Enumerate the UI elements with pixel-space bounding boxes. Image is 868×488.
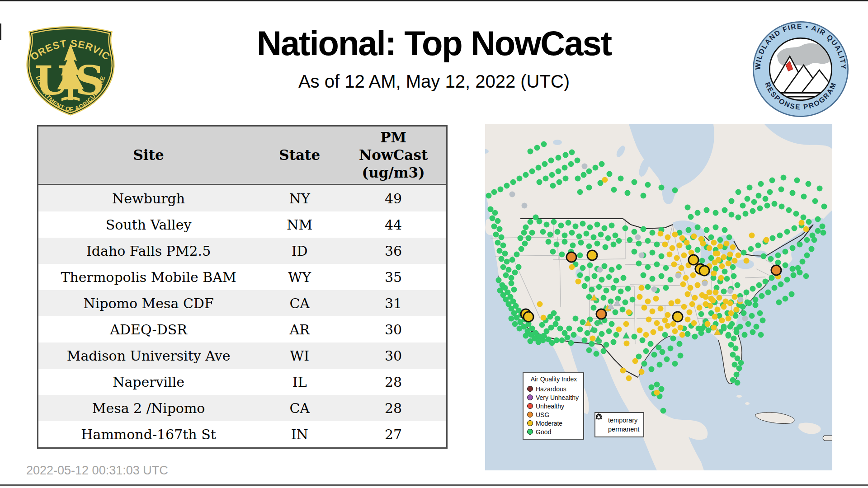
monitor-dot-good: [577, 253, 583, 258]
legend-label: Good: [536, 428, 551, 436]
monitor-dot-moderate: [685, 317, 691, 323]
monitor-dot-good: [599, 331, 605, 337]
monitor-dot-good: [641, 226, 646, 232]
monitor-dot-moderate: [665, 312, 671, 318]
monitor-dot-moderate: [703, 294, 709, 300]
monitor-dot-moderate: [672, 232, 678, 238]
monitor-dot-good: [551, 310, 557, 316]
monitor-dot-good: [576, 234, 582, 239]
monitor-dot-good: [497, 248, 503, 254]
monitor-dot-good: [688, 214, 694, 220]
monitor-dot-moderate: [662, 318, 668, 324]
monitor-dot-good: [654, 382, 660, 388]
monitor-dot-moderate: [674, 255, 680, 261]
monitor-dot-good: [717, 237, 723, 243]
monitor-dot-unavailable: [635, 235, 641, 240]
cell-site: Newburgh: [38, 185, 259, 212]
monitor-dot-good: [636, 261, 642, 267]
monitor-dot-good: [746, 300, 752, 306]
monitor-dot-good: [756, 193, 762, 199]
monitor-dot-good: [632, 249, 637, 255]
monitor-dot-good: [797, 242, 803, 248]
monitor-dot-moderate: [665, 323, 671, 329]
cell-state: AR: [259, 316, 340, 343]
monitor-dot-moderate: [643, 332, 649, 338]
monitor-dot-good: [722, 207, 728, 213]
monitor-dot-good: [733, 346, 739, 352]
monitor-dot-good: [586, 294, 592, 300]
monitor-dot-good: [602, 225, 608, 231]
monitor-dot-good: [640, 338, 646, 343]
monitor-dot-good: [603, 244, 609, 250]
monitor-dot-good: [613, 310, 618, 315]
monitor-dot-good: [654, 242, 660, 248]
monitor-dot-good: [790, 266, 796, 272]
monitor-dot-moderate: [590, 336, 596, 342]
monitor-dot-good: [645, 182, 651, 188]
cell-site: ADEQ-DSR: [38, 316, 259, 343]
table-row: South ValleyNM44: [38, 211, 447, 238]
table-header-row: Site State PMNowCast(ug/m3): [38, 126, 447, 185]
monitor-dot-good: [670, 336, 676, 342]
table-row: ADEQ-DSRAR30: [38, 316, 447, 343]
monitor-dot-good: [490, 216, 495, 221]
top-border-line: [0, 0, 868, 1]
monitor-dot-good: [749, 313, 755, 319]
monitor-dot-moderate: [662, 242, 668, 248]
monitor-dot-good: [648, 341, 654, 347]
monitor-dot-good: [811, 237, 817, 243]
monitor-dot-good: [611, 339, 617, 345]
monitor-dot-good: [760, 318, 766, 324]
monitor-dot-good: [573, 316, 579, 322]
monitor-dot-good: [778, 282, 784, 287]
monitor-dot-good: [650, 230, 656, 236]
monitor-dot-moderate: [654, 390, 660, 396]
monitor-dot-good: [627, 237, 633, 243]
monitor-dot-moderate: [658, 231, 664, 237]
monitor-dot-good: [512, 321, 518, 327]
monitor-dot-good: [609, 267, 615, 273]
monitor-dot-good: [502, 251, 508, 257]
cell-site: Thermopolis Mobile BAM: [38, 264, 259, 290]
usg-dot-icon: [527, 412, 533, 418]
monitor-dot-good: [649, 385, 655, 390]
monitor-dot-unavailable: [582, 164, 588, 169]
monitor-dot-good: [537, 219, 542, 225]
monitor-dot-good: [781, 175, 787, 181]
cell-state: WY: [259, 264, 340, 290]
monitor-dot-good: [593, 165, 599, 171]
monitor-dot-good: [821, 204, 827, 210]
marker-type-legend: temporary permanent: [594, 412, 644, 437]
monitor-dot-good: [698, 311, 704, 317]
monitor-dot-good: [585, 276, 590, 282]
monitor-dot-moderate: [678, 325, 684, 331]
monitor-dot-good: [620, 307, 626, 313]
monitor-dot-good: [815, 216, 821, 222]
monitor-dot-good: [758, 332, 764, 338]
monitor-dot-good: [729, 198, 735, 204]
monitor-dot-moderate: [799, 220, 805, 226]
monitor-dot-moderate: [626, 310, 632, 315]
monitor-dot-good: [821, 230, 826, 236]
aqi-legend-item-hazardous: Hazardous: [527, 385, 580, 393]
monitor-dot-good: [786, 207, 792, 213]
monitor-dot-good: [649, 366, 655, 372]
top-site-marker: [771, 265, 781, 275]
monitor-dot-good: [604, 342, 609, 348]
monitor-dot-moderate: [645, 299, 651, 305]
table-row: NapervilleIL28: [38, 369, 447, 395]
monitor-dot-good: [589, 341, 595, 347]
monitor-dot-good: [558, 223, 564, 229]
monitor-dot-good: [778, 187, 784, 192]
monitor-dot-good: [668, 346, 674, 352]
cell-site: Idaho Falls PM2.5: [38, 238, 259, 264]
cell-state: NY: [259, 185, 340, 212]
column-header-pm-nowcast: PMNowCast(ug/m3): [340, 126, 447, 185]
monitor-dot-good: [568, 161, 574, 167]
monitor-dot-good: [753, 302, 759, 308]
monitor-dot-good: [554, 242, 560, 248]
monitor-dot-good: [623, 300, 628, 305]
monitor-dot-good: [542, 161, 548, 167]
monitor-dot-good: [743, 211, 749, 217]
monitor-dot-good: [540, 229, 546, 235]
